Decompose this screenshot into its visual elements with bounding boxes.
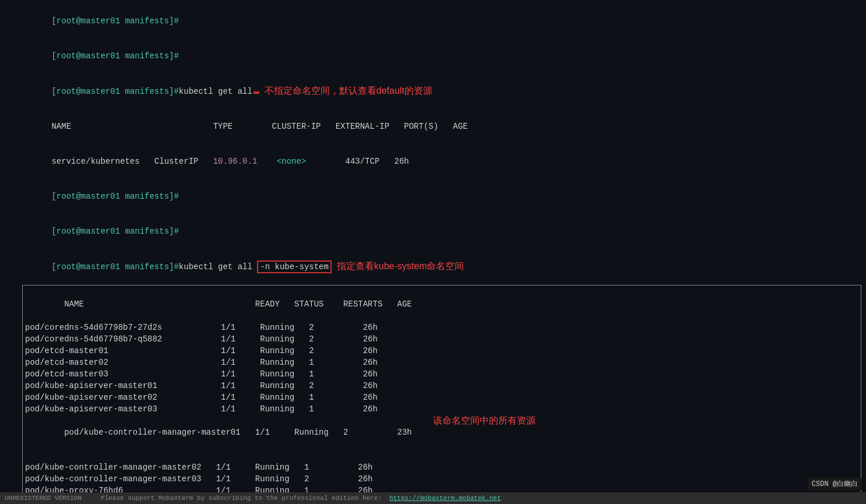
pod-row: pod/etcd-master03 1/1 Running 1 26h (25, 368, 858, 380)
unregistered-text: UNREGISTERED VERSION Please support Moba… (5, 495, 389, 502)
prompt: [root@master01 manifests]# (51, 227, 178, 236)
terminal-line: [root@master01 manifests]#kubectl get al… (22, 73, 861, 109)
cluster-ip-1: 10.96.0.1 (213, 157, 258, 166)
pod-row: pod/coredns-54d67798b7-27d2s 1/1 Running… (25, 322, 858, 333)
pod-row: pod/kube-apiserver-master01 1/1 Running … (25, 380, 858, 392)
pod-row-with-annotation: pod/kube-controller-manager-master01 1/1… (25, 415, 858, 461)
pod-row: pod/etcd-master02 1/1 Running 1 26h (25, 357, 858, 368)
pod-row: pod/kube-apiserver-master02 1/1 Running … (25, 392, 858, 403)
kube-system-box: NAME READY STATUS RESTARTS AGE pod/cored… (22, 285, 861, 492)
pod-row: pod/kube-controller-manager-master03 1/1… (25, 473, 858, 485)
terminal-line: [root@master01 manifests]# (22, 3, 861, 38)
terminal-line: [root@master01 manifests]# (22, 38, 861, 73)
pod-table-header: NAME READY STATUS RESTARTS AGE (25, 287, 858, 322)
external-ip-1: <none> (277, 157, 306, 166)
pod-row: pod/kube-proxy-76hd6 1/1 Running 1 26h (25, 485, 858, 492)
mobaxterm-link[interactable]: https://mobaxterm.mobatek.net (389, 495, 501, 502)
pod-col-headers: NAME READY STATUS RESTARTS AGE (64, 299, 412, 309)
terminal-line: [root@master01 manifests]# (22, 179, 861, 214)
cmd: kubectl get all (179, 87, 252, 96)
ports-1: 443/TCP 26h (306, 157, 409, 166)
prompt: [root@master01 manifests]# (51, 16, 178, 26)
prompt: [root@master01 manifests]# (51, 87, 178, 96)
cmd2: kubectl get all (179, 262, 257, 272)
csdn-badge: CSDN @白幽白 (808, 478, 861, 490)
terminal-line: [root@master01 manifests]# (22, 214, 861, 249)
terminal-line-kube-system: [root@master01 manifests]#kubectl get al… (22, 249, 861, 285)
pod-row: pod/etcd-master01 1/1 Running 2 26h (25, 345, 858, 357)
table-header-1: NAME TYPE CLUSTER-IP EXTERNAL-IP PORT(S)… (22, 109, 861, 144)
pod-row: pod/kube-controller-manager-master02 1/1… (25, 461, 858, 473)
main-content: [root@master01 manifests]# [root@master0… (17, 0, 866, 492)
annotation-box-2: -n kube-system (257, 260, 332, 273)
prompt: [root@master01 manifests]# (51, 51, 178, 61)
annotation-text-2: 指定查看kube-system命名空间 (332, 261, 464, 271)
annotation-box-1 (254, 91, 259, 94)
terminal: [root@master01 manifests]# [root@master0… (0, 0, 866, 492)
pod-row: pod/coredns-54d67798b7-q5882 1/1 Running… (25, 333, 858, 345)
prompt: [root@master01 manifests]# (51, 192, 178, 201)
right-annotation: 该命名空间中的所有资源 (433, 415, 536, 427)
annotation-text-1: 不指定命名空间，默认查看default的资源 (259, 86, 432, 96)
service-row-1: service/kubernetes ClusterIP 10.96.0.1 <… (22, 144, 861, 179)
spacing (257, 157, 277, 166)
pod-row: pod/kube-apiserver-master03 1/1 Running … (25, 403, 858, 415)
unregistered-bar: UNREGISTERED VERSION Please support Moba… (0, 492, 866, 504)
service-name: service/kubernetes ClusterIP (51, 157, 213, 166)
prompt: [root@master01 manifests]# (51, 262, 178, 272)
col-header: NAME TYPE CLUSTER-IP EXTERNAL-IP PORT(S)… (51, 122, 467, 131)
